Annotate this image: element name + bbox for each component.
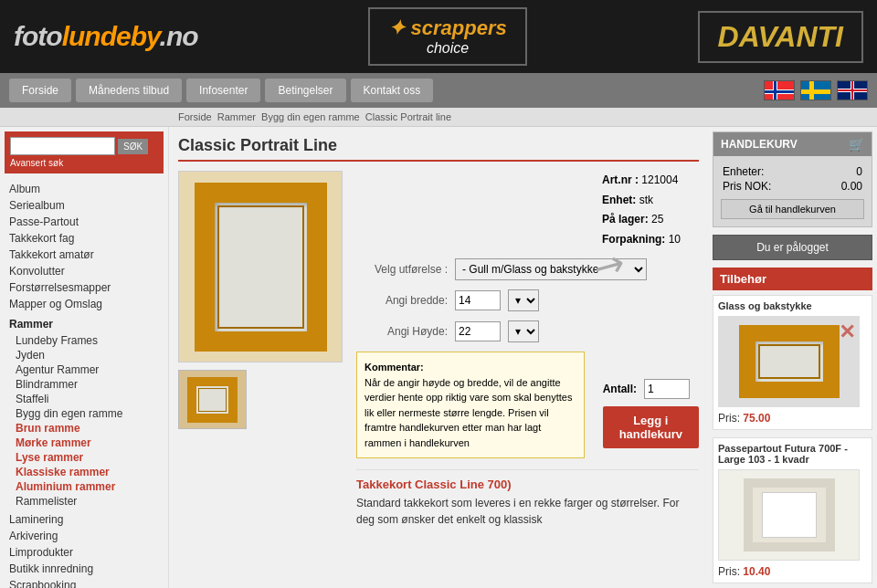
hoyde-input[interactable]: [455, 321, 501, 341]
logo-scrapper: ✦ scrappers choice: [368, 7, 526, 66]
comment-text: Når de angir høyde og bredde, vil de ang…: [365, 377, 572, 448]
options-form: Velg utførelse : - Gull m/Glass og bakst…: [356, 258, 699, 342]
accessory-glass: Glass og bakstykke ✕ Pris: 75.00: [713, 295, 872, 430]
bottom-text: Standard takkekort som leveres i en rekk…: [356, 495, 699, 528]
cart-pris-value: 0.00: [820, 180, 862, 193]
nav-forside[interactable]: Forside: [9, 79, 71, 102]
utforelse-label: Velg utførelse :: [356, 263, 448, 276]
sidebar-laminering[interactable]: Laminering: [5, 511, 164, 528]
sidebar-forstorrelsesmapper[interactable]: Forstørrelsesmapper: [5, 279, 164, 296]
sidebar-takkekort-fag[interactable]: Takkekort fag: [5, 230, 164, 247]
breadcrumb-forside[interactable]: Forside: [178, 111, 212, 122]
sidebar-limprodukter[interactable]: Limprodukter: [5, 544, 164, 561]
sidebar-konvolutter[interactable]: Konvolutter: [5, 263, 164, 279]
sidebar: SØK Avansert søk Album Seriealbum Passe-…: [0, 127, 169, 588]
right-sidebar: HANDLEKURV 🛒 Enheter: 0 Pris NOK: 0.00 G…: [708, 127, 877, 588]
sidebar-nav: Album Seriealbum Passe-Partout Takkekort…: [5, 181, 164, 588]
nav-maaned[interactable]: Månedens tilbud: [76, 79, 182, 102]
logget-box: Du er pålogget: [713, 235, 872, 260]
breadcrumb-bygg[interactable]: Bygg din egen ramme: [261, 111, 360, 122]
sidebar-agentur[interactable]: Agentur Rammer: [5, 362, 164, 377]
goto-cart-button[interactable]: Gå til handlekurven: [721, 199, 864, 219]
antall-input[interactable]: [644, 379, 690, 399]
accessory-passepartout-image: [718, 469, 860, 561]
flag-uk[interactable]: [837, 80, 868, 100]
sidebar-seriealbum[interactable]: Seriealbum: [5, 197, 164, 214]
product-bottom: Takkekort Classic Line 700) Standard tak…: [356, 469, 699, 528]
search-button[interactable]: SØK: [118, 139, 148, 154]
cart-enheter-row: Enheter: 0: [723, 165, 862, 178]
sidebar-staffeli[interactable]: Staffeli: [5, 392, 164, 406]
bredde-input[interactable]: [455, 290, 501, 310]
search-section: SØK Avansert søk: [5, 131, 164, 173]
tilbehor-header: Tilbehør: [713, 268, 872, 290]
accessory-passepartout: Passepartout Futura 700F - Large 103 - 1…: [713, 437, 872, 583]
sidebar-klassiske-rammer[interactable]: Klassiske rammer: [5, 465, 164, 479]
sidebar-passepartout[interactable]: Passe-Partout: [5, 214, 164, 230]
product-details: Art.nr : 121004 Enhet: stk På lager: 25 …: [356, 171, 699, 528]
flag-sweden[interactable]: [800, 80, 831, 100]
hoyde-select[interactable]: ▾: [508, 320, 539, 342]
logo-davanti: DAVANTI: [698, 11, 863, 63]
advanced-search-link[interactable]: Avansert søk: [10, 158, 158, 168]
comment-box: Kommentar: Når de angir høyde og bredde,…: [356, 352, 585, 458]
sidebar-aluminium-rammer[interactable]: Aluminium rammer: [5, 479, 164, 494]
nav-bar: Forside Månedens tilbud Infosenter Betin…: [0, 73, 877, 108]
sidebar-mapper[interactable]: Mapper og Omslag: [5, 296, 164, 312]
sidebar-bygg[interactable]: Bygg din egen ramme: [5, 406, 164, 421]
main-layout: SØK Avansert søk Album Seriealbum Passe-…: [0, 127, 877, 588]
breadcrumb: Forside Rammer Bygg din egen ramme Class…: [0, 108, 877, 127]
cart-pris-label: Pris NOK:: [723, 180, 819, 193]
sidebar-rammer-header: Rammer: [5, 315, 164, 333]
sidebar-lyse-rammer[interactable]: Lyse rammer: [5, 450, 164, 465]
cart-header: HANDLEKURV 🛒: [713, 132, 872, 156]
nav-info[interactable]: Infosenter: [186, 79, 260, 102]
sidebar-brun-ramme[interactable]: Brun ramme: [5, 421, 164, 436]
utforelse-row: Velg utførelse : - Gull m/Glass og bakst…: [356, 258, 699, 280]
bredde-select[interactable]: ▾: [508, 289, 539, 311]
content: Classic Portrait Line: [169, 127, 708, 588]
bredde-label: Angi bredde:: [356, 294, 448, 307]
sidebar-jyden[interactable]: Jyden: [5, 348, 164, 362]
cart-pris-row: Pris NOK: 0.00: [723, 180, 862, 193]
cart-table: Enheter: 0 Pris NOK: 0.00: [721, 163, 864, 194]
bottom-title: Takkekort Classic Line 700): [356, 478, 699, 491]
accessory-glass-image: ✕: [718, 316, 860, 407]
logo-fotolundeby[interactable]: fotolundeby.no: [14, 21, 198, 52]
sidebar-blindrammer[interactable]: Blindrammer: [5, 377, 164, 392]
sidebar-butikk[interactable]: Butikk innredning: [5, 561, 164, 577]
product-section: Art.nr : 121004 Enhet: stk På lager: 25 …: [178, 171, 699, 528]
cart-enheter-label: Enheter:: [723, 165, 819, 178]
comment-antall-section: Kommentar: Når de angir høyde og bredde,…: [356, 352, 699, 458]
nav-beting[interactable]: Betingelser: [265, 79, 345, 102]
product-info-box: Art.nr : 121004 Enhet: stk På lager: 25 …: [602, 171, 681, 249]
antall-label: Antall:: [603, 383, 637, 395]
cart-enheter-value: 0: [820, 165, 862, 178]
flags: [764, 80, 868, 100]
comment-title: Kommentar:: [365, 362, 424, 373]
art-nr: Art.nr : 121004: [602, 171, 681, 191]
accessory-passepartout-price: Pris: 10.40: [718, 565, 867, 578]
cart-box: HANDLEKURV 🛒 Enheter: 0 Pris NOK: 0.00 G…: [713, 131, 872, 227]
accessory-passepartout-label: Passepartout Futura 700F - Large 103 - 1…: [718, 443, 867, 465]
accessory-glass-label: Glass og bakstykke: [718, 300, 867, 311]
sidebar-arkivering[interactable]: Arkivering: [5, 528, 164, 544]
enhet: Enhet: stk: [602, 191, 681, 211]
sidebar-takkekort-amator[interactable]: Takkekort amatør: [5, 247, 164, 263]
pa-lager: På lager: 25: [602, 210, 681, 230]
breadcrumb-rammer[interactable]: Rammer: [217, 111, 256, 122]
legg-i-handlekurv-button[interactable]: Legg i handlekurv: [603, 406, 699, 448]
sidebar-album[interactable]: Album: [5, 181, 164, 197]
antall-section: Antall: Legg i handlekurv: [603, 379, 699, 448]
search-input[interactable]: [10, 137, 115, 155]
sidebar-morke-rammer[interactable]: Mørke rammer: [5, 436, 164, 450]
flag-norway[interactable]: [764, 80, 795, 100]
page-title: Classic Portrait Line: [178, 136, 699, 162]
product-images: [178, 171, 343, 528]
nav-kontakt[interactable]: Kontakt oss: [351, 79, 434, 102]
sidebar-rammelister[interactable]: Rammelister: [5, 494, 164, 509]
bredde-row: Angi bredde: ▾: [356, 289, 699, 311]
sidebar-lundeby-frames[interactable]: Lundeby Frames: [5, 333, 164, 348]
sidebar-scrapbooking[interactable]: Scrapbooking: [5, 577, 164, 588]
product-thumb[interactable]: [178, 370, 247, 429]
